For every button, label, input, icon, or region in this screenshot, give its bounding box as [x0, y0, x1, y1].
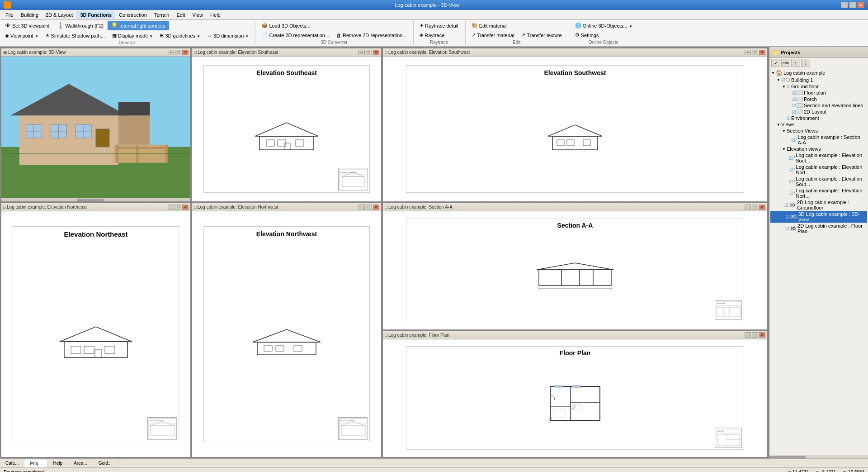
view-point-button[interactable]: ◉ View point: [2, 32, 41, 40]
tree-3d-view[interactable]: ☑ 3D 3D Log cabin example : 3D-View: [770, 211, 867, 223]
panel-aa-close[interactable]: ✕: [759, 205, 765, 210]
tree-section-views[interactable]: ▼ Section Views: [770, 128, 867, 134]
raytrace-button[interactable]: ◈ Raytrace: [416, 31, 448, 39]
tree-environment[interactable]: ☑ Environment: [770, 115, 867, 121]
viewpoint-dropdown-arrow: [35, 33, 38, 38]
panel-3d-icon: ◉: [3, 50, 7, 55]
2dl-check: ☑: [792, 110, 796, 114]
remove-2d-rep-button[interactable]: 🗑 Remove 2D-representation...: [333, 31, 410, 39]
simulate-shadow-button[interactable]: ☀ Simulate Shadow path...: [42, 31, 108, 40]
proj-abc-button[interactable]: abc: [781, 59, 790, 67]
panel-nw-close[interactable]: ✕: [373, 205, 379, 210]
ne-thumbnail: Elevation Northeast: [147, 417, 177, 440]
raytrace-detail-button[interactable]: ✦ Raytrace detail: [416, 21, 461, 30]
menu-3d-functions[interactable]: 3D Functions: [76, 11, 115, 19]
gf2d-check: ☑: [784, 203, 788, 208]
panel-nw-restore[interactable]: □: [366, 205, 372, 210]
tree-elev-north1[interactable]: ☑ / Log cabin example : Elevation Nort..…: [770, 164, 867, 176]
panel-sw-close[interactable]: ✕: [759, 50, 765, 55]
online-3d-objects-button[interactable]: 🌐 Online 3D-Objects...: [572, 21, 635, 30]
settings-button[interactable]: ⚙ Settings: [572, 31, 602, 39]
svg-rect-43: [95, 349, 101, 358]
menu-view[interactable]: View: [189, 11, 207, 19]
svg-marker-39: [60, 327, 132, 342]
proj-up-button[interactable]: ↑: [791, 59, 800, 67]
panel-3d-scrollbar[interactable]: [1, 198, 190, 201]
tab-area[interactable]: Area...: [68, 459, 93, 467]
panel-aa-restore[interactable]: □: [752, 205, 758, 210]
ne-drawing-container: Elevation Northeast: [13, 226, 179, 443]
tree-2d-layout[interactable]: ☑ 2D Layout: [770, 109, 867, 115]
proj-down-button[interactable]: ↓: [801, 59, 810, 67]
panel-3d-minimize[interactable]: ─: [168, 50, 174, 55]
3d-dimension-button[interactable]: ↔ 3D dimension: [204, 32, 251, 40]
minimize-button[interactable]: ─: [841, 2, 848, 8]
panel-ne-restore[interactable]: □: [175, 205, 181, 210]
tree-groundfloor-2d[interactable]: ☑ 2D 2D Log cabin example : Groundfloor: [770, 199, 867, 211]
tab-guid[interactable]: Guid...: [93, 459, 118, 467]
tree-floorplan-2d[interactable]: ☑ 2D 2D Log cabin example : Floor Plan: [770, 223, 867, 234]
projects-hscrollbar[interactable]: [769, 455, 868, 458]
tree-elevation-views[interactable]: ▼ Elevation views: [770, 146, 867, 152]
internal-light-sources-button[interactable]: 💡 Internal light sources: [108, 21, 169, 30]
close-button[interactable]: ✕: [857, 2, 864, 8]
panel-fp-restore[interactable]: □: [752, 332, 758, 338]
title-bar-text: Log cabin example - 3D-View: [395, 2, 459, 8]
panel-ne-header: □ Log cabin example: Elevation Northeast…: [1, 203, 190, 211]
menu-building[interactable]: Building: [17, 11, 42, 19]
panel-se-minimize[interactable]: ─: [359, 50, 365, 55]
tree-section-elev[interactable]: ☑ Section and elevation lines: [770, 102, 867, 109]
tab-help[interactable]: Help: [48, 459, 69, 467]
transfer-material-button[interactable]: ↗ Transfer material: [468, 31, 518, 39]
tree-views[interactable]: ▼ Views: [770, 121, 867, 128]
panel-se-close[interactable]: ✕: [373, 50, 379, 55]
panel-fp-close[interactable]: ✕: [759, 332, 765, 338]
set-3d-viewpoint-button[interactable]: 👁 Set 3D viewpoint: [2, 21, 53, 30]
fp-drawing-title: Floor Plan: [406, 347, 744, 359]
maximize-button[interactable]: □: [849, 2, 856, 8]
menu-terrain[interactable]: Terrain: [151, 11, 173, 19]
panel-3d-scrollthumb[interactable]: [77, 199, 104, 201]
panel-3d-close[interactable]: ✕: [182, 50, 189, 55]
panel-3d-restore[interactable]: □: [175, 50, 181, 55]
panel-nw-minimize[interactable]: ─: [359, 205, 365, 210]
panel-sw-restore[interactable]: □: [752, 50, 758, 55]
panel-se-restore[interactable]: □: [366, 50, 372, 55]
title-bar: Log cabin example - 3D-View ─ □ ✕: [0, 0, 868, 10]
panel-sw-minimize[interactable]: ─: [745, 50, 751, 55]
edit-material-button[interactable]: 🎨 Edit material: [468, 21, 510, 30]
create-2d-rep-button[interactable]: 📄 Create 2D representation...: [258, 31, 332, 39]
display-mode-button[interactable]: ▦ Display mode: [109, 31, 156, 40]
3d-guidelines-button[interactable]: ⊞ 3D guidelines: [156, 31, 203, 40]
tree-elev-south1[interactable]: ☑ / Log cabin example : Elevation Sout..…: [770, 152, 867, 164]
menu-2d-layout[interactable]: 2D & Layout: [42, 11, 77, 19]
tree-building1[interactable]: ▼ ☑ ⬡ Building 1: [770, 76, 867, 83]
tree-elev-south2[interactable]: ☑ / Log cabin example : Elevation Sout..…: [770, 176, 867, 187]
tab-projects[interactable]: Proj...: [24, 459, 47, 467]
tree-root[interactable]: ▼ 🏠 Log cabin example: [770, 69, 867, 76]
menu-file[interactable]: File: [2, 11, 17, 19]
status-z: z: 15.8084: [843, 470, 864, 472]
tree-floor-plan[interactable]: ☑ Floor plan: [770, 90, 867, 96]
load-3d-objects-button[interactable]: 📦 Load 3D Objects...: [258, 21, 313, 30]
walkthrough-button[interactable]: 🚶 Walkthrough (F2): [54, 21, 107, 30]
projects-hscrollthumb[interactable]: [769, 456, 806, 458]
proj-check-button[interactable]: ✓: [771, 59, 780, 67]
tree-section-aa[interactable]: ☑ / Log cabin example : Section A-A: [770, 134, 867, 146]
fp-drawing-area: ⊕: [406, 359, 744, 449]
panel-aa-minimize[interactable]: ─: [745, 205, 751, 210]
raytrace-detail-icon: ✦: [420, 23, 424, 29]
panel-fp-minimize[interactable]: ─: [745, 332, 751, 338]
panel-ne-close[interactable]: ✕: [182, 205, 189, 210]
transfer-texture-button[interactable]: ↗ Transfer texture: [518, 31, 565, 39]
menu-help[interactable]: Help: [207, 11, 224, 19]
panel-ne-minimize[interactable]: ─: [168, 205, 174, 210]
tree-ground-floor[interactable]: ▼ ☑ Ground floor: [770, 83, 867, 90]
menu-construction[interactable]: Construction: [115, 11, 151, 19]
tree-elev-north2[interactable]: ☑ / Log cabin example : Elevation Nort..…: [770, 187, 867, 199]
nw-thumbnail: Elevation Northwest: [338, 417, 368, 440]
tab-categories[interactable]: Cate...: [0, 459, 24, 467]
tree-porch[interactable]: ☑ Porch: [770, 96, 867, 102]
svg-rect-35: [557, 140, 564, 146]
menu-edit[interactable]: Edit: [173, 11, 189, 19]
